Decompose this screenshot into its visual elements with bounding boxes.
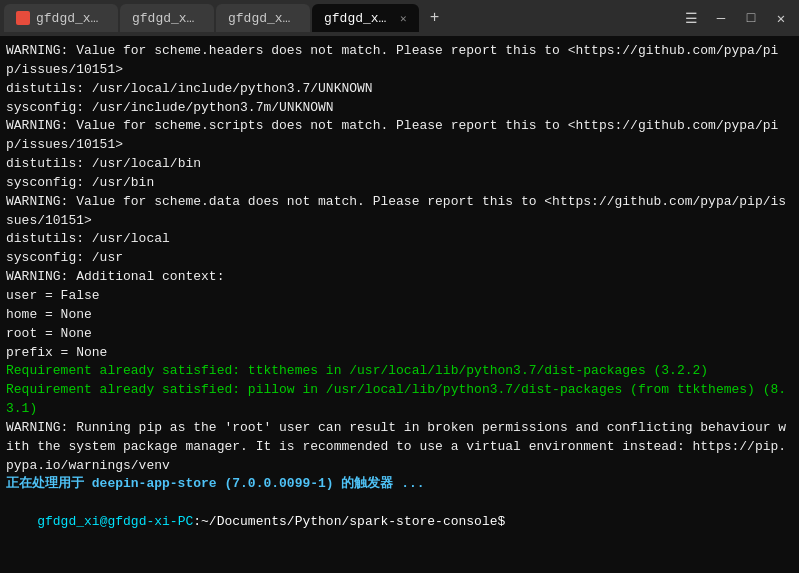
terminal-line-4: WARNING: Value for scheme.scripts does n… (6, 117, 793, 155)
tab-1[interactable]: gfdgd_xi-... (4, 4, 118, 32)
terminal-line-14: prefix = None (6, 344, 793, 363)
tab-1-label: gfdgd_xi-... (36, 11, 106, 26)
terminal-icon-1 (16, 11, 30, 25)
terminal-line-6: sysconfig: /usr/bin (6, 174, 793, 193)
terminal-line-8: distutils: /usr/local (6, 230, 793, 249)
minimize-button[interactable]: — (707, 4, 735, 32)
terminal-line-12: home = None (6, 306, 793, 325)
terminal-line-1: WARNING: Value for scheme.headers does n… (6, 42, 793, 80)
terminal-line-17: WARNING: Running pip as the 'root' user … (6, 419, 793, 476)
tab-4-close-icon[interactable]: ✕ (400, 12, 407, 25)
new-tab-button[interactable]: + (421, 4, 449, 32)
tab-4[interactable]: gfdgd_xi-... ✕ (312, 4, 419, 32)
terminal-line-13: root = None (6, 325, 793, 344)
terminal-line-3: sysconfig: /usr/include/python3.7m/UNKNO… (6, 99, 793, 118)
terminal-line-11: user = False (6, 287, 793, 306)
terminal-line-15: Requirement already satisfied: ttkthemes… (6, 362, 793, 381)
terminal-line-9: sysconfig: /usr (6, 249, 793, 268)
terminal-prompt[interactable]: gfdgd_xi@gfdgd-xi-PC:~/Documents/Python/… (6, 494, 793, 551)
prompt-cursor (505, 514, 513, 529)
terminal-line-10: WARNING: Additional context: (6, 268, 793, 287)
tab-2[interactable]: gfdgd_x-... (120, 4, 214, 32)
titlebar-controls: ☰ — □ ✕ (677, 4, 795, 32)
titlebar: gfdgd_xi-... gfdgd_x-... gfdgd_xi-... gf… (0, 0, 799, 36)
prompt-user-host: gfdgd_xi@gfdgd-xi-PC (37, 514, 193, 529)
terminal-line-18: 正在处理用于 deepin-app-store (7.0.0.0099-1) 的… (6, 475, 793, 494)
close-button[interactable]: ✕ (767, 4, 795, 32)
tab-2-label: gfdgd_x-... (132, 11, 202, 26)
menu-button[interactable]: ☰ (677, 4, 705, 32)
terminal-line-5: distutils: /usr/local/bin (6, 155, 793, 174)
prompt-path: :~/Documents/Python/spark-store-console$ (193, 514, 505, 529)
terminal-line-16: Requirement already satisfied: pillow in… (6, 381, 793, 419)
tab-3-label: gfdgd_xi-... (228, 11, 298, 26)
terminal-output: WARNING: Value for scheme.headers does n… (0, 36, 799, 573)
maximize-button[interactable]: □ (737, 4, 765, 32)
tab-3[interactable]: gfdgd_xi-... (216, 4, 310, 32)
terminal-line-2: distutils: /usr/local/include/python3.7/… (6, 80, 793, 99)
tab-4-label: gfdgd_xi-... (324, 11, 394, 26)
terminal-line-7: WARNING: Value for scheme.data does not … (6, 193, 793, 231)
